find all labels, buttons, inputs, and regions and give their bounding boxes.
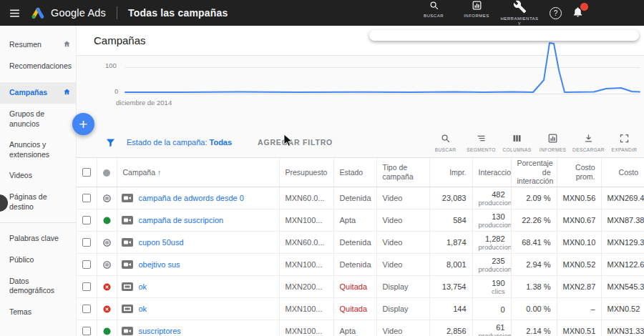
campaign-name-cell: ok — [117, 275, 279, 297]
avg-cost-value: MXN0.51 — [557, 320, 601, 336]
sidebar-item-palabras-clave[interactable]: Palabras clave — [0, 228, 76, 249]
toolbar-informes-button[interactable]: INFORMES — [536, 133, 570, 152]
sidebar-item-recomendaciones[interactable]: Recomendaciones — [0, 56, 76, 77]
row-checkbox[interactable] — [82, 216, 91, 224]
column-avg-cost[interactable]: Costo prom. — [557, 158, 601, 187]
sidebar-item-grupos-de-anuncios[interactable]: Grupos de anuncios — [0, 104, 76, 134]
cost-value: MXN269.44 — [601, 187, 644, 209]
menu-icon[interactable] — [9, 7, 21, 19]
column-budget[interactable]: Presupuesto — [279, 158, 333, 187]
sidebar-item-label: Resumen — [9, 40, 62, 50]
cost-value: MXN129.30 — [601, 231, 644, 253]
avg-cost-value: MXN0.10 — [557, 231, 601, 253]
overlay-card — [369, 30, 639, 41]
sidebar-item-resumen[interactable]: Resumen — [0, 34, 76, 56]
sidebar-divider — [0, 222, 76, 223]
toolbar-buscar-button[interactable]: BUSCAR — [429, 133, 462, 152]
add-filter-button[interactable]: AGREGAR FILTRO — [258, 138, 333, 147]
row-checkbox[interactable] — [82, 327, 91, 335]
row-status-cell — [97, 209, 117, 231]
interactions-cell: 482producciones — [472, 187, 511, 209]
campaign-link[interactable]: obejtivo sus — [139, 260, 180, 269]
column-interactions[interactable]: Interacciones — [472, 158, 511, 187]
row-checkbox[interactable] — [82, 238, 91, 247]
toolbar-expandir-button[interactable]: EXPANDIR — [608, 133, 641, 152]
video-campaign-icon — [122, 238, 133, 247]
video-campaign-icon — [122, 260, 133, 269]
header-informes-button[interactable]: INFORMES — [458, 0, 495, 19]
column-interaction-rate[interactable]: Porcentaje de interacción — [511, 158, 557, 187]
campaign-type: Display — [376, 275, 429, 297]
cost-value: MXN0.52 — [601, 297, 644, 320]
campaign-row: suscriptoresMXN100...AptaVideo2,85661pro… — [77, 320, 644, 336]
product-name: Google Ads — [51, 7, 106, 19]
campaign-link[interactable]: cupon 50usd — [139, 238, 184, 247]
interaction-rate-value: 1.38 % — [511, 275, 557, 297]
row-checkbox[interactable] — [82, 260, 91, 269]
row-checkbox[interactable] — [82, 282, 91, 291]
interaction-rate-value: 22.26 % — [511, 209, 557, 231]
avg-cost-value: MXN0.67 — [557, 209, 601, 231]
column-cost[interactable]: Costo — [601, 158, 644, 187]
toolbar-segmento-button[interactable]: SEGMENTO — [464, 133, 498, 152]
campaign-budget: MXN100... — [279, 297, 333, 320]
column-status[interactable]: Estado — [333, 158, 376, 187]
filter-bar: Estado de la campaña:Todas AGREGAR FILTR… — [77, 127, 644, 157]
campaign-name-cell: cupon 50usd — [117, 231, 279, 253]
select-all-checkbox[interactable] — [82, 168, 91, 177]
paused-status-icon — [103, 239, 111, 247]
paused-status-icon — [103, 261, 111, 269]
performance-chart: 100 0 diciembre de 2014 — [77, 56, 644, 127]
campaign-status-text: Detenida — [333, 231, 376, 253]
campaign-link[interactable]: ok — [139, 282, 147, 291]
avg-cost-value: MXN0.52 — [557, 253, 601, 275]
status-column-icon[interactable] — [103, 169, 110, 177]
header-action-label: HERRAMIENTAS Y — [500, 16, 538, 26]
sidebar-item-anuncios-y-extensiones[interactable]: Anuncios y extensiones — [0, 134, 76, 165]
interaction-rate-value: 0.00 % — [511, 297, 557, 320]
help-icon[interactable]: ? — [550, 7, 562, 19]
sidebar-item-campanas[interactable]: Campañas — [0, 82, 76, 104]
campaign-link[interactable]: campaña de adwords desde 0 — [139, 194, 244, 202]
campaign-row: obejtivo susMXN100...DetenidaVideo8,0012… — [77, 253, 644, 275]
campaign-row: cupon 50usdMXN60.0...DetenidaVideo1,8741… — [77, 231, 644, 253]
video-campaign-icon — [122, 327, 133, 335]
download-icon — [583, 133, 594, 146]
sidebar-item-publico[interactable]: Público — [0, 249, 76, 271]
toolbar-button-label: SEGMENTO — [467, 147, 495, 152]
notification-badge — [580, 2, 589, 11]
sidebar-item-videos[interactable]: Videos — [0, 165, 76, 187]
toolbar-descargar-button[interactable]: DESCARGAR — [572, 133, 605, 152]
toolbar-columnas-button[interactable]: COLUMNAS — [500, 133, 534, 152]
sidebar-item-temas[interactable]: Temas — [0, 302, 76, 323]
campaign-link[interactable]: suscriptores — [139, 327, 181, 335]
header-herramientas-button[interactable]: HERRAMIENTAS Y — [501, 0, 538, 26]
sidebar-item-paginas-de-destino[interactable]: Páginas de destino — [0, 187, 76, 217]
campaign-link[interactable]: ok — [139, 305, 147, 313]
display-campaign-icon — [122, 282, 133, 291]
row-checkbox-cell — [77, 209, 97, 231]
sidebar-item-datos-demograficos[interactable]: Datos demográficos — [0, 271, 76, 302]
sidebar-item-label: Campañas — [9, 88, 62, 98]
avg-cost-value: MXN0.56 — [557, 187, 601, 209]
cost-value: MXN31.33 — [601, 320, 644, 336]
row-checkbox[interactable] — [82, 305, 91, 313]
header-buscar-button[interactable]: BUSCAR — [415, 0, 452, 19]
campaign-status-filter[interactable]: Estado de la campaña:Todas — [127, 138, 232, 147]
add-campaign-button[interactable]: + — [72, 113, 94, 135]
row-checkbox[interactable] — [82, 194, 91, 202]
sidebar-item-label: Público — [9, 255, 71, 265]
campaign-budget: MXN60.0... — [279, 187, 333, 209]
campaign-link[interactable]: campaña de suscripcion — [139, 216, 224, 224]
row-status-cell — [97, 320, 117, 336]
row-status-cell — [97, 275, 117, 297]
sidebar-item-label: Anuncios y extensiones — [9, 140, 71, 159]
sidebar-item-label: Palabras clave — [9, 234, 71, 244]
interactions-unit: producciones — [479, 332, 505, 336]
column-type[interactable]: Tipo de campaña — [376, 158, 429, 187]
column-impressions[interactable]: Impr. — [429, 158, 472, 187]
column-campaign[interactable]: Campaña↑ — [117, 158, 279, 187]
interactions-count: 0 — [479, 305, 505, 314]
notifications-icon[interactable] — [572, 6, 584, 20]
status-filter-value: Todas — [210, 138, 233, 147]
